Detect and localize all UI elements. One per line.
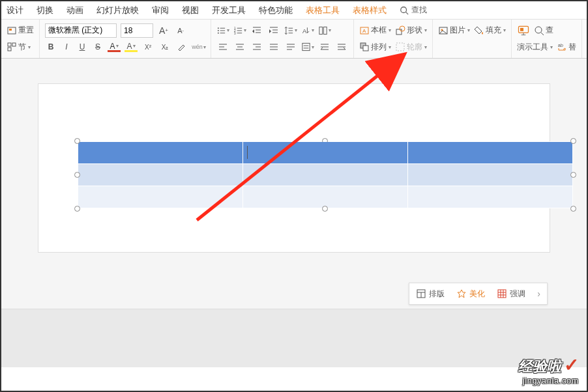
superscript-button[interactable]: X² — [141, 40, 154, 53]
svg-rect-46 — [302, 44, 310, 51]
bottom-strip — [1, 309, 587, 367]
svg-text:3: 3 — [234, 31, 236, 35]
table-row[interactable] — [78, 164, 573, 186]
svg-rect-63 — [520, 28, 523, 31]
svg-text:A: A — [302, 28, 307, 35]
replace-button[interactable]: ab 替 — [557, 42, 576, 53]
resize-handle-tl[interactable] — [74, 138, 80, 144]
align-distribute-button[interactable] — [284, 40, 297, 53]
present-icon-button[interactable] — [517, 24, 530, 37]
svg-rect-3 — [9, 29, 12, 31]
subscript-button[interactable]: X₂ — [158, 40, 171, 53]
outline-icon — [395, 42, 405, 52]
highlight-button[interactable]: A▾ — [125, 42, 138, 52]
italic-button[interactable]: I — [61, 40, 72, 53]
svg-point-7 — [218, 27, 219, 29]
ribbon-group-insert: A 本框▾ 形状▾ 排列▾ 轮廓▾ — [354, 20, 433, 58]
increase-font-button[interactable]: A+ — [157, 24, 170, 37]
ribbon-group-reset: 重置 节▾ — [1, 20, 40, 58]
menu-view[interactable]: 视图 — [182, 5, 199, 16]
resize-handle-bm[interactable] — [322, 206, 328, 212]
reset-button[interactable]: 重置 — [7, 25, 34, 36]
chevron-right-icon[interactable]: › — [537, 288, 540, 299]
beautify-icon — [456, 288, 467, 299]
menu-design[interactable]: 设计 — [7, 5, 23, 16]
indent-decrease-button[interactable] — [250, 24, 263, 37]
inserted-table[interactable] — [78, 141, 573, 208]
svg-rect-55 — [396, 29, 402, 35]
align-right-button[interactable] — [250, 40, 263, 53]
rtl-button[interactable] — [318, 40, 331, 53]
picture-icon — [438, 25, 448, 36]
fill-button[interactable]: 填充▾ — [474, 25, 506, 36]
ribbon-group-paragraph: ▾ 123▾ ▾ A▾ ▾ ▾ — [211, 20, 354, 58]
svg-rect-29 — [319, 27, 323, 34]
shape-button[interactable]: 形状▾ — [395, 25, 427, 36]
arrange-button[interactable]: 排列▾ — [359, 42, 391, 53]
beautify-button[interactable]: 美化 — [456, 288, 485, 300]
find-button[interactable]: 查 — [534, 25, 553, 36]
text-direction-button[interactable]: A▾ — [301, 24, 314, 37]
ribbon-group-font: A+ A- B I U S A▾ A▾ X² X₂ wén▾ — [40, 20, 211, 58]
table-selection[interactable] — [78, 141, 573, 208]
align-left-button[interactable] — [216, 40, 229, 53]
layout-icon — [416, 288, 426, 299]
resize-handle-bl[interactable] — [74, 206, 80, 212]
present-icon — [517, 24, 530, 37]
search-label: 查找 — [411, 5, 427, 16]
svg-line-1 — [406, 12, 409, 14]
font-color-button[interactable]: A▾ — [108, 42, 121, 52]
menu-table-style[interactable]: 表格样式 — [353, 5, 387, 16]
menu-table-tools[interactable]: 表格工具 — [306, 5, 340, 16]
clear-format-button[interactable] — [175, 40, 188, 53]
emphasis-button[interactable]: 强调 — [497, 288, 525, 300]
section-button[interactable]: 节▾ — [7, 42, 31, 53]
line-spacing-button[interactable]: ▾ — [284, 24, 297, 37]
menu-bar: 设计 切换 动画 幻灯片放映 审阅 视图 开发工具 特色功能 表格工具 表格样式… — [1, 1, 587, 20]
columns-button[interactable]: ▾ — [318, 24, 331, 37]
font-size-select[interactable] — [121, 23, 153, 38]
outline-button[interactable]: 轮廓▾ — [395, 42, 427, 53]
strike-button[interactable]: S — [92, 40, 104, 53]
svg-rect-59 — [396, 43, 404, 51]
phonetic-button[interactable]: wén▾ — [192, 40, 205, 53]
ltr-button[interactable] — [335, 40, 348, 53]
layout-button[interactable]: 排版 — [416, 288, 445, 300]
menu-slideshow[interactable]: 幻灯片放映 — [96, 5, 139, 16]
menu-animation[interactable]: 动画 — [66, 5, 83, 16]
reset-icon — [7, 25, 17, 36]
ribbon-group-format: 图片▾ 填充▾ — [433, 20, 512, 58]
svg-rect-73 — [498, 290, 506, 298]
indent-increase-button[interactable] — [267, 24, 280, 37]
menu-features[interactable]: 特色功能 — [259, 5, 293, 16]
bold-button[interactable]: B — [45, 40, 57, 53]
menu-review[interactable]: 审阅 — [152, 5, 169, 16]
menu-devtools[interactable]: 开发工具 — [212, 5, 246, 16]
resize-handle-ml[interactable] — [74, 172, 80, 178]
picture-button[interactable]: 图片▾ — [438, 25, 470, 36]
font-name-select[interactable] — [45, 23, 117, 38]
menu-transition[interactable]: 切换 — [37, 5, 53, 16]
slide[interactable] — [38, 83, 550, 253]
resize-handle-br[interactable] — [570, 206, 576, 212]
table-row[interactable] — [78, 186, 573, 208]
underline-button[interactable]: U — [76, 40, 88, 53]
textbox-icon: A — [359, 25, 370, 36]
number-list-button[interactable]: 123▾ — [233, 24, 246, 37]
resize-handle-tr[interactable] — [570, 138, 576, 144]
align-justify-button[interactable] — [267, 40, 280, 53]
watermark-title: 经验啦 — [518, 358, 561, 374]
present-tools-button[interactable]: 演示工具▾ — [517, 42, 553, 53]
align-center-button[interactable] — [233, 40, 246, 53]
arrange-icon — [359, 42, 370, 52]
section-icon — [7, 42, 17, 52]
svg-line-67 — [541, 33, 544, 35]
bullet-list-button[interactable]: ▾ — [216, 24, 229, 37]
fill-icon — [474, 25, 484, 36]
resize-handle-mr[interactable] — [570, 172, 576, 178]
decrease-font-button[interactable]: A- — [174, 24, 187, 37]
table-row[interactable] — [78, 142, 573, 164]
search-box[interactable]: 查找 — [400, 5, 427, 16]
valign-button[interactable]: ▾ — [301, 40, 314, 53]
textbox-button[interactable]: A 本框▾ — [359, 25, 391, 36]
